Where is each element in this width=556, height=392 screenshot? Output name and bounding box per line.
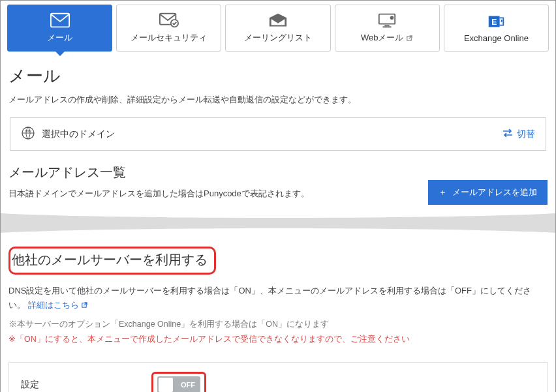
swap-icon <box>502 128 513 140</box>
setting-row: 設定 OFF <box>8 362 548 392</box>
svg-text:E: E <box>492 17 497 26</box>
tab-webmail[interactable]: Webメール <box>335 5 440 52</box>
setting-label: 設定 <box>21 379 151 391</box>
details-link[interactable]: 詳細はこちら <box>28 300 89 310</box>
other-mail-server-section: 他社のメールサーバーを利用する DNS設定を用いて他社のメールサーバーを利用する… <box>1 235 555 350</box>
section-separator <box>1 211 555 235</box>
mail-open-icon <box>268 12 288 28</box>
tab-mailing-list[interactable]: メーリングリスト <box>225 5 330 52</box>
exchange-icon: E <box>486 14 506 29</box>
toggle-value: OFF <box>181 381 195 389</box>
svg-text:www: www <box>25 129 31 132</box>
globe-icon: www <box>21 126 35 142</box>
note-warning: ※「ON」にすると、本メニューで作成したメールアドレスで受信できなくなりますので… <box>8 334 548 345</box>
svg-rect-0 <box>51 14 69 27</box>
tab-label: Webメール <box>361 32 414 44</box>
page-title: メール <box>1 52 555 94</box>
note-exchange: ※本サーバーのオプション「Exchange Online」を利用する場合は「ON… <box>8 319 548 330</box>
domain-switch-button[interactable]: 切替 <box>502 128 535 140</box>
domain-label: www 選択中のドメイン <box>21 126 115 142</box>
tab-exchange-online[interactable]: E Exchange Online <box>444 5 549 52</box>
svg-rect-5 <box>383 26 392 27</box>
tab-label: メーリングリスト <box>244 32 312 44</box>
address-list-title: メールアドレス一覧 <box>8 164 126 181</box>
plus-icon: ＋ <box>439 187 447 198</box>
mail-shield-icon <box>159 12 179 28</box>
tab-label: メール <box>47 32 72 44</box>
add-mail-address-button[interactable]: ＋ メールアドレスを追加 <box>428 180 548 205</box>
tab-mail[interactable]: メール <box>7 5 112 52</box>
address-list-header: メールアドレス一覧 ＋ メールアドレスを追加 <box>1 164 555 187</box>
section-title: 他社のメールサーバーを利用する <box>8 247 216 275</box>
toggle-knob <box>159 378 173 392</box>
svg-point-6 <box>390 16 394 20</box>
page-description: メールアドレスの作成や削除、詳細設定からメール転送や自動返信の設定などができます… <box>1 94 555 117</box>
monitor-icon <box>377 12 397 28</box>
mail-icon <box>50 12 70 28</box>
toggle-highlight: OFF <box>151 372 206 392</box>
other-server-toggle[interactable]: OFF <box>157 376 200 392</box>
external-link-icon <box>81 301 88 309</box>
section-text: DNS設定を用いて他社のメールサーバーを利用する場合は「ON」、本メニューのメー… <box>8 284 548 312</box>
domain-selector-bar: www 選択中のドメイン 切替 <box>10 117 546 151</box>
tab-mail-security[interactable]: メールセキュリティ <box>116 5 221 52</box>
external-link-icon <box>406 35 413 42</box>
tabs-bar: メール メールセキュリティ メーリングリスト Webメール E <box>1 1 555 52</box>
tab-label: メールセキュリティ <box>131 32 207 44</box>
tab-label: Exchange Online <box>464 33 529 43</box>
svg-rect-4 <box>384 25 390 27</box>
